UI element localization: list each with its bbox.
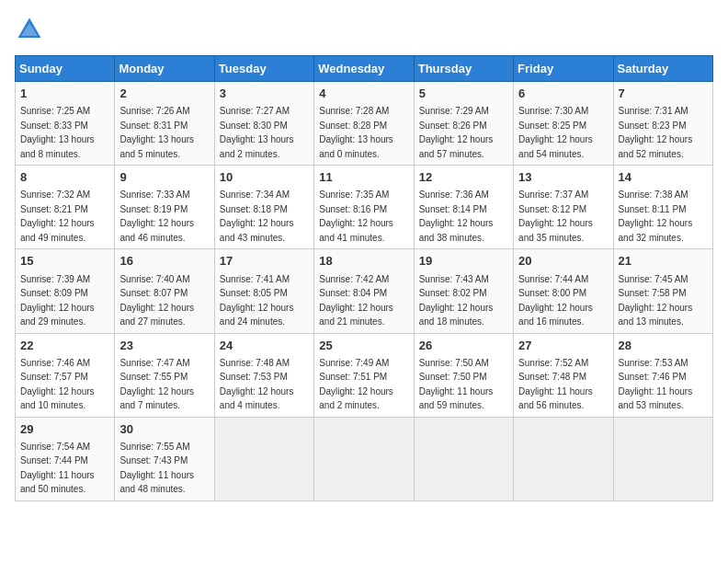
day-number: 2 — [119, 86, 209, 102]
calendar-header-row: SundayMondayTuesdayWednesdayThursdayFrid… — [16, 56, 713, 82]
day-number: 6 — [518, 86, 608, 102]
calendar-cell: 30Sunrise: 7:55 AMSunset: 7:43 PMDayligh… — [115, 417, 214, 500]
logo-icon — [15, 15, 44, 44]
day-number: 5 — [419, 86, 508, 102]
calendar-cell: 10Sunrise: 7:34 AMSunset: 8:18 PMDayligh… — [214, 166, 313, 249]
calendar-cell: 22Sunrise: 7:46 AMSunset: 7:57 PMDayligh… — [16, 333, 115, 417]
calendar-week-row: 15Sunrise: 7:39 AMSunset: 8:09 PMDayligh… — [16, 249, 713, 333]
calendar-cell: 12Sunrise: 7:36 AMSunset: 8:14 PMDayligh… — [414, 166, 513, 249]
calendar-cell: 25Sunrise: 7:49 AMSunset: 7:51 PMDayligh… — [314, 333, 414, 417]
day-number: 15 — [20, 253, 109, 270]
calendar-cell: 15Sunrise: 7:39 AMSunset: 8:09 PMDayligh… — [16, 249, 115, 333]
calendar-cell — [613, 417, 712, 500]
day-number: 3 — [220, 86, 309, 102]
day-number: 30 — [119, 421, 209, 438]
day-info: Sunrise: 7:45 AMSunset: 7:58 PMDaylight:… — [619, 274, 693, 327]
day-number: 20 — [518, 253, 608, 270]
calendar-cell: 16Sunrise: 7:40 AMSunset: 8:07 PMDayligh… — [115, 249, 214, 333]
calendar-cell: 8Sunrise: 7:32 AMSunset: 8:21 PMDaylight… — [16, 166, 115, 249]
calendar-cell: 24Sunrise: 7:48 AMSunset: 7:53 PMDayligh… — [214, 333, 313, 417]
day-number: 25 — [319, 338, 408, 354]
day-info: Sunrise: 7:33 AMSunset: 8:19 PMDaylight:… — [119, 190, 194, 243]
calendar-table: SundayMondayTuesdayWednesdayThursdayFrid… — [15, 55, 713, 501]
calendar-week-row: 22Sunrise: 7:46 AMSunset: 7:57 PMDayligh… — [16, 333, 713, 417]
day-number: 8 — [20, 169, 109, 186]
day-number: 1 — [20, 86, 109, 102]
day-info: Sunrise: 7:44 AMSunset: 8:00 PMDaylight:… — [518, 274, 593, 327]
day-number: 7 — [619, 86, 708, 102]
day-header-thursday: Thursday — [414, 56, 513, 82]
day-info: Sunrise: 7:50 AMSunset: 7:50 PMDaylight:… — [419, 358, 494, 411]
day-header-tuesday: Tuesday — [214, 56, 313, 82]
day-number: 16 — [119, 253, 209, 270]
day-info: Sunrise: 7:26 AMSunset: 8:31 PMDaylight:… — [119, 106, 194, 159]
page-header — [15, 15, 713, 44]
day-info: Sunrise: 7:34 AMSunset: 8:18 PMDaylight:… — [220, 190, 294, 243]
day-info: Sunrise: 7:46 AMSunset: 7:57 PMDaylight:… — [20, 358, 95, 411]
calendar-cell: 3Sunrise: 7:27 AMSunset: 8:30 PMDaylight… — [214, 82, 313, 166]
day-info: Sunrise: 7:54 AMSunset: 7:44 PMDaylight:… — [20, 442, 95, 495]
calendar-week-row: 29Sunrise: 7:54 AMSunset: 7:44 PMDayligh… — [16, 417, 713, 500]
day-info: Sunrise: 7:35 AMSunset: 8:16 PMDaylight:… — [319, 190, 393, 243]
calendar-cell: 1Sunrise: 7:25 AMSunset: 8:33 PMDaylight… — [16, 82, 115, 166]
calendar-cell: 7Sunrise: 7:31 AMSunset: 8:23 PMDaylight… — [613, 82, 712, 166]
calendar-cell: 29Sunrise: 7:54 AMSunset: 7:44 PMDayligh… — [16, 417, 115, 500]
day-number: 10 — [220, 169, 309, 186]
day-info: Sunrise: 7:28 AMSunset: 8:28 PMDaylight:… — [319, 106, 393, 159]
calendar-cell — [314, 417, 414, 500]
calendar-cell: 28Sunrise: 7:53 AMSunset: 7:46 PMDayligh… — [613, 333, 712, 417]
calendar-cell: 26Sunrise: 7:50 AMSunset: 7:50 PMDayligh… — [414, 333, 513, 417]
calendar-body: 1Sunrise: 7:25 AMSunset: 8:33 PMDaylight… — [16, 82, 713, 501]
day-number: 17 — [220, 253, 309, 270]
day-number: 24 — [220, 338, 309, 354]
calendar-cell: 6Sunrise: 7:30 AMSunset: 8:25 PMDaylight… — [514, 82, 613, 166]
calendar-cell: 20Sunrise: 7:44 AMSunset: 8:00 PMDayligh… — [514, 249, 613, 333]
calendar-cell — [414, 417, 513, 500]
day-number: 29 — [20, 421, 109, 438]
calendar-cell — [214, 417, 313, 500]
day-number: 23 — [119, 338, 209, 354]
calendar-cell: 19Sunrise: 7:43 AMSunset: 8:02 PMDayligh… — [414, 249, 513, 333]
day-info: Sunrise: 7:40 AMSunset: 8:07 PMDaylight:… — [119, 274, 194, 327]
calendar-cell: 5Sunrise: 7:29 AMSunset: 8:26 PMDaylight… — [414, 82, 513, 166]
calendar-cell: 13Sunrise: 7:37 AMSunset: 8:12 PMDayligh… — [514, 166, 613, 249]
calendar-cell: 4Sunrise: 7:28 AMSunset: 8:28 PMDaylight… — [314, 82, 414, 166]
day-info: Sunrise: 7:43 AMSunset: 8:02 PMDaylight:… — [419, 274, 494, 327]
day-info: Sunrise: 7:36 AMSunset: 8:14 PMDaylight:… — [419, 190, 494, 243]
calendar-cell: 23Sunrise: 7:47 AMSunset: 7:55 PMDayligh… — [115, 333, 214, 417]
day-info: Sunrise: 7:32 AMSunset: 8:21 PMDaylight:… — [20, 190, 95, 243]
calendar-cell: 11Sunrise: 7:35 AMSunset: 8:16 PMDayligh… — [314, 166, 414, 249]
calendar-cell: 21Sunrise: 7:45 AMSunset: 7:58 PMDayligh… — [613, 249, 712, 333]
day-info: Sunrise: 7:37 AMSunset: 8:12 PMDaylight:… — [518, 190, 593, 243]
calendar-week-row: 1Sunrise: 7:25 AMSunset: 8:33 PMDaylight… — [16, 82, 713, 166]
day-number: 19 — [419, 253, 508, 270]
day-number: 18 — [319, 253, 408, 270]
day-number: 9 — [119, 169, 209, 186]
day-info: Sunrise: 7:27 AMSunset: 8:30 PMDaylight:… — [220, 106, 294, 159]
calendar-week-row: 8Sunrise: 7:32 AMSunset: 8:21 PMDaylight… — [16, 166, 713, 249]
day-info: Sunrise: 7:38 AMSunset: 8:11 PMDaylight:… — [619, 190, 693, 243]
calendar-cell: 27Sunrise: 7:52 AMSunset: 7:48 PMDayligh… — [514, 333, 613, 417]
day-info: Sunrise: 7:25 AMSunset: 8:33 PMDaylight:… — [20, 106, 95, 159]
day-info: Sunrise: 7:39 AMSunset: 8:09 PMDaylight:… — [20, 274, 95, 327]
day-number: 11 — [319, 169, 408, 186]
day-info: Sunrise: 7:31 AMSunset: 8:23 PMDaylight:… — [619, 106, 693, 159]
day-header-friday: Friday — [514, 56, 613, 82]
day-number: 13 — [518, 169, 608, 186]
day-info: Sunrise: 7:41 AMSunset: 8:05 PMDaylight:… — [220, 274, 294, 327]
calendar-cell: 2Sunrise: 7:26 AMSunset: 8:31 PMDaylight… — [115, 82, 214, 166]
day-info: Sunrise: 7:42 AMSunset: 8:04 PMDaylight:… — [319, 274, 393, 327]
day-number: 14 — [619, 169, 708, 186]
logo — [15, 15, 50, 44]
calendar-cell: 9Sunrise: 7:33 AMSunset: 8:19 PMDaylight… — [115, 166, 214, 249]
day-info: Sunrise: 7:49 AMSunset: 7:51 PMDaylight:… — [319, 358, 393, 411]
day-number: 26 — [419, 338, 508, 354]
day-number: 12 — [419, 169, 508, 186]
calendar-cell: 18Sunrise: 7:42 AMSunset: 8:04 PMDayligh… — [314, 249, 414, 333]
day-header-monday: Monday — [115, 56, 214, 82]
day-info: Sunrise: 7:55 AMSunset: 7:43 PMDaylight:… — [119, 442, 194, 495]
day-header-sunday: Sunday — [16, 56, 115, 82]
day-header-saturday: Saturday — [613, 56, 712, 82]
day-number: 27 — [518, 338, 608, 354]
day-header-wednesday: Wednesday — [314, 56, 414, 82]
